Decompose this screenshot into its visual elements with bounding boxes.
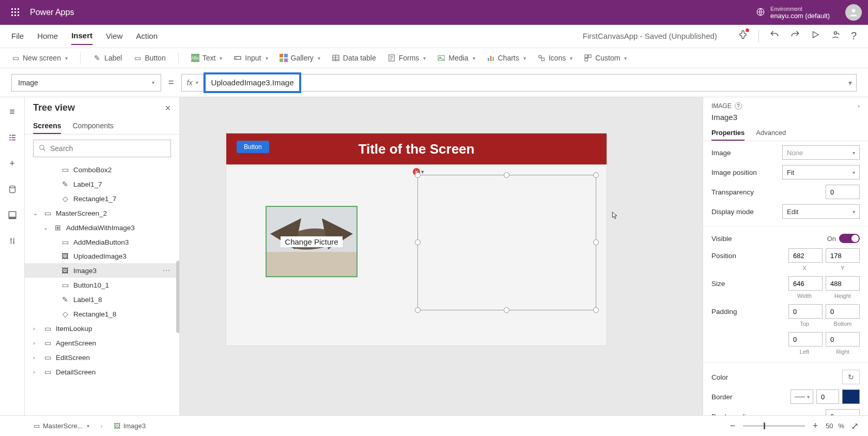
info-icon[interactable]: ? [735,102,742,110]
tree-item-ItemLookup[interactable]: ›▭ItemLookup [25,321,179,336]
menu-action[interactable]: Action [136,27,158,44]
tab-screens[interactable]: Screens [33,118,61,134]
tree-search[interactable] [33,140,171,157]
prop-color-reset[interactable]: ↻ [842,370,860,384]
tree-item-AddMediaButton3[interactable]: ▭AddMediaButton3 [25,235,179,249]
help-icon[interactable]: ? [851,30,857,42]
redo-icon[interactable] [790,29,800,42]
resize-handle[interactable] [415,307,421,313]
tree-item-Label1_7[interactable]: ✎Label1_7 [25,177,179,191]
tools-icon[interactable] [5,234,20,248]
resize-handle[interactable] [504,172,509,178]
play-icon[interactable] [811,30,820,42]
change-picture-label[interactable]: Change Picture [281,236,342,247]
formula-bar[interactable]: fx▾ UploadedImage3.Image ▾ [181,74,857,92]
tree-item-Image3[interactable]: 🖼Image3⋯ [25,263,179,278]
breadcrumb-screen[interactable]: ▭MasterScre...▾ [29,419,94,432]
insert-input[interactable]: Input▾ [234,54,268,62]
tree-item-Label1_8[interactable]: ✎Label1_8 [25,292,179,307]
app-checker-icon[interactable] [738,29,748,42]
prop-border-style[interactable]: ▾ [791,389,813,404]
fit-to-window-icon[interactable]: ⤢ [849,420,860,432]
canvas-button[interactable]: Button [237,141,269,153]
insert-gallery[interactable]: Gallery▾ [280,54,320,62]
add-icon[interactable]: + [5,156,20,171]
waffle-icon[interactable] [6,8,25,17]
insert-custom[interactable]: Custom▾ [584,54,627,62]
prop-pad-bottom[interactable] [826,304,860,319]
media-rail-icon[interactable] [5,208,20,222]
resize-handle[interactable] [593,307,599,313]
menu-view[interactable]: View [106,27,122,44]
prop-pad-top[interactable] [788,304,823,319]
prop-transparency-input[interactable] [826,185,860,199]
prop-size-w[interactable] [788,276,823,291]
data-icon[interactable] [5,182,20,197]
search-input[interactable] [50,144,165,153]
menu-file[interactable]: File [11,27,24,44]
insert-data-table[interactable]: Data table [332,54,376,62]
zoom-in-button[interactable]: + [810,420,820,431]
insert-text[interactable]: AbcText▾ [191,54,223,62]
tree-item-Rectangle1_7[interactable]: ◇Rectangle1_7 [25,191,179,206]
insert-icons[interactable]: Icons▾ [537,54,572,62]
tree-item-AddMediaWithImage3[interactable]: ⌄⊞AddMediaWithImage3 [25,220,179,235]
tree-item-MasterScreen_2[interactable]: ⌄▭MasterScreen_2 [25,206,179,220]
undo-icon[interactable] [769,29,780,42]
prop-border-radius[interactable] [826,409,860,415]
resize-handle[interactable] [593,239,599,245]
tree-item-EditScreen[interactable]: ›▭EditScreen [25,350,179,365]
new-screen-button[interactable]: ▭New screen▾ [11,54,68,62]
tree-item-UploadedImage3[interactable]: 🖼UploadedImage3 [25,249,179,263]
formula-property-dropdown[interactable]: Image ▾ [11,74,161,92]
environment-picker[interactable]: Environment enayu.com (default) [749,6,837,20]
prop-border-width[interactable] [816,389,839,404]
tree-item-DetailScreen[interactable]: ›▭DetailScreen [25,365,179,379]
prop-pad-left[interactable] [788,332,823,347]
resize-handle[interactable] [415,172,421,178]
canvas-screen[interactable]: Button Title of the Screen Change Pictur… [226,133,607,345]
prop-tab-properties[interactable]: Properties [711,126,745,141]
prop-visible-toggle[interactable] [839,234,860,243]
prop-size-h[interactable] [826,276,860,291]
menu-home[interactable]: Home [37,27,58,44]
chevron-right-icon[interactable]: › [858,102,860,110]
prop-image-select[interactable]: None▾ [782,145,860,160]
insert-button[interactable]: ▭Button [133,54,165,62]
avatar[interactable] [845,4,862,21]
resize-handle[interactable] [415,239,421,245]
tab-components[interactable]: Components [72,118,113,134]
resize-handle[interactable] [504,307,509,313]
scrollbar-thumb[interactable] [176,261,179,333]
insert-charts[interactable]: Charts▾ [487,54,526,62]
tree-item-Rectangle1_8[interactable]: ◇Rectangle1_8 [25,307,179,321]
svg-point-32 [40,145,44,149]
selected-image3[interactable]: ✕▾ [417,175,596,310]
svg-rect-14 [284,54,288,57]
media-upload-control[interactable]: Change Picture [266,206,358,277]
resize-handle[interactable] [593,172,599,178]
hamburger-icon[interactable]: ≡ [5,104,20,119]
breadcrumb-element[interactable]: 🖼Image3 [109,419,150,432]
tree-item-ComboBox2[interactable]: ▭ComboBox2 [25,162,179,177]
zoom-slider[interactable] [743,425,805,427]
prop-border-color[interactable] [842,389,860,404]
tree-item-AgentScreen[interactable]: ›▭AgentScreen [25,336,179,350]
formula-expand-icon[interactable]: ▾ [844,79,856,87]
share-icon[interactable] [830,29,841,42]
insert-media[interactable]: Media▾ [437,54,475,62]
prop-image-position-select[interactable]: Fit▾ [782,165,860,179]
prop-display-mode-select[interactable]: Edit▾ [782,204,860,219]
tree-item-Button10_1[interactable]: ▭Button10_1 [25,278,179,292]
insert-label[interactable]: ✎Label [93,54,122,62]
prop-tab-advanced[interactable]: Advanced [756,126,786,141]
prop-position-y[interactable] [826,248,860,263]
zoom-out-button[interactable]: − [727,420,738,431]
menu-insert[interactable]: Insert [71,27,92,45]
prop-pad-right[interactable] [826,332,860,347]
close-icon[interactable]: ✕ [165,104,171,112]
insert-forms[interactable]: Forms▾ [388,54,426,62]
formula-expression[interactable]: UploadedImage3.Image [211,78,293,87]
prop-position-x[interactable] [788,248,823,263]
tree-view-icon[interactable] [5,130,20,145]
